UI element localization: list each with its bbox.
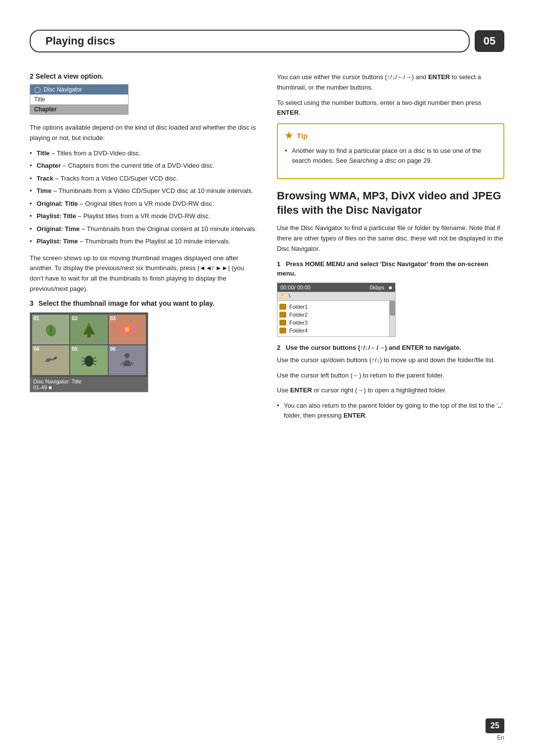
folder-nav-header: 00:00/ 00:00 0kbps ■	[277, 283, 395, 292]
list-item: Title – Titles from a DVD-Video disc.	[30, 148, 257, 158]
list-item: Original: Time – Thumbnails from the Ori…	[30, 224, 257, 234]
svg-line-20	[121, 362, 123, 365]
svg-line-16	[93, 357, 96, 359]
list-item: Time – Thumbnails from a Video CD/Super …	[30, 186, 257, 196]
cursor-text-1: You can use either the cursor buttons (↑…	[277, 72, 504, 93]
svg-line-21	[131, 362, 134, 365]
disc-navigator-menu: ◯ Disc Navigator Title Chapter	[30, 84, 129, 115]
page-footer: 25 En	[486, 718, 504, 741]
disc-icon: ◯	[34, 86, 41, 93]
thumb-num-4: 04	[34, 346, 39, 352]
svg-line-15	[82, 363, 85, 365]
svg-line-18	[93, 363, 96, 365]
thumb-cell-6: 06	[109, 345, 146, 375]
section-intro: Use the Disc Navigator to find a particu…	[277, 223, 504, 254]
folder-icon	[279, 312, 286, 318]
bird-icon	[42, 351, 60, 369]
list-item: Track – Tracks from a Video CD/Super VCD…	[30, 174, 257, 184]
folder-nav-path: 📁 \	[277, 292, 395, 301]
svg-point-8	[119, 328, 125, 331]
chapter-number: 05	[475, 30, 504, 52]
thumb-cell-3: 03	[109, 315, 146, 344]
folder-name-3: Folder3	[289, 320, 308, 326]
two-column-layout: 2 Select a view option. ◯ Disc Navigator…	[30, 72, 504, 427]
step3-label: 3 Select the thumbnail image for what yo…	[30, 299, 257, 307]
svg-rect-4	[88, 334, 90, 337]
svg-marker-3	[83, 326, 95, 334]
folder-nav-bitrate: 0kbps ■	[370, 284, 392, 290]
tip-content: Another way to find a particular place o…	[285, 146, 496, 165]
menu-item-title: Title	[30, 94, 128, 104]
scrollbar-thumb[interactable]	[390, 301, 395, 316]
thumb-num-3: 03	[110, 316, 116, 321]
thumbnail-grid: 01 02	[30, 313, 148, 377]
thumb-footer-line1: Disc Navigator: Title	[33, 378, 145, 384]
nav-bullet-list: You can also return to the parent folder…	[277, 401, 504, 420]
thumb-cell-5: 05	[70, 345, 107, 375]
list-item: Original: Title – Original titles from a…	[30, 199, 257, 209]
step2-label: 2 Select a view option.	[30, 72, 257, 80]
person-icon	[118, 351, 136, 369]
step3-text: Select the thumbnail image for what you …	[39, 299, 215, 307]
flower-icon	[118, 321, 136, 338]
thumb-grid-footer: Disc Navigator: Title 01-49 ■	[30, 377, 148, 392]
section-heading: Browsing WMA, MP3, DivX video and JPEG f…	[277, 189, 504, 217]
tip-box: ★ Tip Another way to find a particular p…	[277, 123, 504, 179]
folder-name-1: Folder1	[289, 304, 308, 310]
thumb-footer-line2: 01-49 ■	[33, 384, 145, 390]
left-column: 2 Select a view option. ◯ Disc Navigator…	[30, 72, 257, 427]
options-list: Title – Titles from a DVD-Video disc. Ch…	[30, 148, 257, 246]
thumb-num-1: 01	[34, 316, 39, 321]
thumb-num-6: 06	[110, 346, 116, 352]
svg-line-13	[82, 357, 85, 359]
svg-point-10	[55, 357, 57, 359]
page-number: 25	[486, 718, 504, 733]
scrollbar[interactable]	[389, 301, 395, 336]
folder-item-2: Folder2	[279, 311, 385, 319]
right-column: You can use either the cursor buttons (↑…	[277, 72, 504, 427]
folder-item-1: Folder1	[279, 303, 385, 311]
folder-nav-timecode: 00:00/ 00:00	[280, 284, 311, 290]
svg-point-7	[125, 331, 129, 337]
thumb-cell-4: 04	[32, 345, 69, 375]
folder-icon	[279, 320, 286, 326]
tree-icon	[80, 321, 98, 338]
nav-text-2: Use the cursor left button (←) to return…	[277, 371, 504, 381]
tip-header: ★ Tip	[285, 130, 496, 141]
cursor-text-2: To select using the number buttons, ente…	[277, 98, 504, 119]
svg-point-6	[125, 322, 129, 328]
menu-header-label: Disc Navigator	[44, 86, 82, 93]
leaf-icon	[42, 321, 60, 338]
list-item: Chapter – Chapters from the current titl…	[30, 161, 257, 171]
thumb-cell-2: 02	[70, 315, 107, 344]
nav-text-3: Use ENTER or cursor right (→) to open a …	[277, 385, 504, 396]
thumb-cell-1: 01	[32, 315, 69, 344]
folder-item-4: Folder4	[279, 327, 385, 334]
thumb-num-5: 05	[72, 346, 77, 352]
step3-number: 3	[30, 299, 34, 307]
tip-label: Tip	[297, 132, 308, 140]
menu-header: ◯ Disc Navigator	[30, 85, 128, 94]
svg-point-12	[87, 356, 91, 361]
chapter-title: Playing discs	[30, 30, 470, 52]
list-item: Playlist: Title – Playlist titles from a…	[30, 211, 257, 221]
folder-name-2: Folder2	[289, 312, 308, 318]
tip-icon: ★	[285, 130, 293, 141]
svg-point-19	[125, 353, 130, 358]
folder-nav-body: Folder1 Folder2 Folder3 Folder4	[277, 301, 395, 336]
intro-text: The options available depend on the kind…	[30, 123, 257, 143]
thumb-num-2: 02	[72, 316, 77, 321]
list-item: Playlist: Time – Thumbnails from the Pla…	[30, 236, 257, 246]
page-header: Playing discs 05	[30, 30, 504, 52]
svg-point-9	[129, 328, 135, 331]
page-container: Playing discs 05 2 Select a view option.…	[0, 0, 534, 756]
folder-name-4: Folder4	[289, 328, 308, 333]
svg-point-5	[125, 327, 130, 332]
folder-icon	[279, 304, 286, 310]
folder-icon	[279, 328, 286, 333]
page-lang: En	[497, 734, 504, 741]
step1-heading: 1 Press HOME MENU and select 'Disc Navig…	[277, 259, 504, 279]
scroll-text: The screen shows up to six moving thumbn…	[30, 253, 257, 294]
folder-navigator: 00:00/ 00:00 0kbps ■ 📁 \ Folder1 Folder2	[277, 283, 396, 337]
thumbnail-grid-container: 01 02	[30, 312, 148, 392]
